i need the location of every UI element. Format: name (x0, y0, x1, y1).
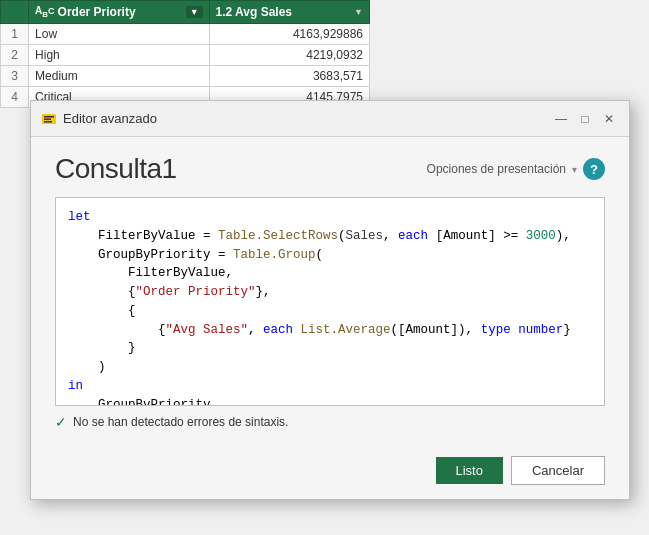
modal-title-bar: Editor avanzado — □ ✕ (31, 101, 629, 137)
data-table: ABC Order Priority ▼ 1.2 Avg Sales ▼ 1 L… (0, 0, 370, 108)
code-line-4: FilterByValue, (68, 264, 592, 283)
check-icon: ✓ (55, 414, 67, 430)
table-body: 1 Low 4163,929886 2 High 4219,0932 3 Med… (1, 24, 370, 108)
modal-body: Consulta1 Opciones de presentación ▾ ? l… (31, 137, 629, 448)
code-line-5: {"Order Priority"}, (68, 283, 592, 302)
svg-rect-2 (44, 118, 51, 120)
code-content[interactable]: let FilterByValue = Table.SelectRows(Sal… (56, 198, 604, 405)
svg-rect-3 (44, 121, 52, 123)
code-line-3: GroupByPriority = Table.Group( (68, 246, 592, 265)
options-label[interactable]: Opciones de presentación (427, 162, 566, 176)
advanced-editor-modal: Editor avanzado — □ ✕ Consulta1 Opciones… (30, 100, 630, 500)
maximize-button[interactable]: □ (575, 109, 595, 129)
code-line-8: } (68, 339, 592, 358)
options-area: Opciones de presentación ▾ ? (427, 158, 605, 180)
order-cell: Medium (29, 66, 209, 87)
sales-cell: 4219,0932 (209, 45, 369, 66)
ok-button[interactable]: Listo (436, 457, 503, 484)
sales-cell: 4163,929886 (209, 24, 369, 45)
modal-footer: Listo Cancelar (31, 448, 629, 499)
query-name-title: Consulta1 (55, 153, 177, 185)
code-line-7: {"Avg Sales", each List.Average([Amount]… (68, 321, 592, 340)
table-row: 2 High 4219,0932 (1, 45, 370, 66)
close-button[interactable]: ✕ (599, 109, 619, 129)
code-editor[interactable]: let FilterByValue = Table.SelectRows(Sal… (55, 197, 605, 406)
help-button[interactable]: ? (583, 158, 605, 180)
row-num: 4 (1, 87, 29, 108)
sales-cell: 3683,571 (209, 66, 369, 87)
status-text: No se han detectado errores de sintaxis. (73, 415, 288, 429)
row-num: 3 (1, 66, 29, 87)
row-number-header (1, 1, 29, 24)
order-cell: High (29, 45, 209, 66)
avg-sales-header[interactable]: 1.2 Avg Sales ▼ (209, 1, 369, 24)
title-bar-controls: — □ ✕ (551, 109, 619, 129)
abc-icon: ABC (35, 5, 55, 19)
minimize-button[interactable]: — (551, 109, 571, 129)
code-line-11: GroupByPriority (68, 396, 592, 406)
order-priority-label: Order Priority (58, 5, 136, 19)
dropdown-arrow-icon[interactable]: ▼ (186, 6, 203, 18)
avg-sales-label: 1.2 Avg Sales (216, 5, 293, 19)
table-row: 1 Low 4163,929886 (1, 24, 370, 45)
modal-title-row: Consulta1 Opciones de presentación ▾ ? (55, 153, 605, 185)
table-row: 3 Medium 3683,571 (1, 66, 370, 87)
code-line-9: ) (68, 358, 592, 377)
order-cell: Low (29, 24, 209, 45)
code-line-1: let (68, 208, 592, 227)
status-bar: ✓ No se han detectado errores de sintaxi… (55, 406, 605, 436)
row-num: 1 (1, 24, 29, 45)
title-bar-label: Editor avanzado (63, 111, 157, 126)
code-line-6: { (68, 302, 592, 321)
svg-rect-1 (44, 116, 54, 118)
order-priority-header[interactable]: ABC Order Priority ▼ (29, 1, 209, 24)
code-line-10: in (68, 377, 592, 396)
options-chevron-icon: ▾ (572, 164, 577, 175)
editor-icon (41, 111, 57, 127)
code-line-2: FilterByValue = Table.SelectRows(Sales, … (68, 227, 592, 246)
sales-dropdown-icon[interactable]: ▼ (354, 7, 363, 17)
cancel-button[interactable]: Cancelar (511, 456, 605, 485)
title-bar-left: Editor avanzado (41, 111, 157, 127)
row-num: 2 (1, 45, 29, 66)
